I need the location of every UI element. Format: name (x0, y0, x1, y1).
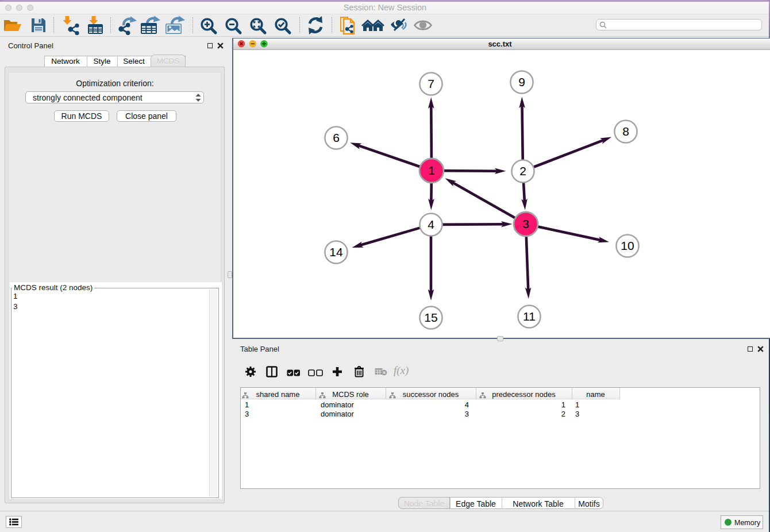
svg-text:10: 10 (621, 239, 634, 252)
svg-text:15: 15 (424, 311, 437, 324)
svg-text:3: 3 (522, 217, 529, 230)
svg-text:4: 4 (428, 218, 434, 231)
svg-text:7: 7 (428, 77, 434, 90)
svg-text:1: 1 (428, 164, 435, 177)
svg-text:6: 6 (333, 131, 340, 144)
svg-text:14: 14 (329, 245, 343, 259)
svg-text:9: 9 (518, 75, 525, 88)
svg-text:8: 8 (622, 125, 629, 138)
svg-text:11: 11 (523, 310, 536, 323)
svg-text:2: 2 (519, 164, 526, 178)
